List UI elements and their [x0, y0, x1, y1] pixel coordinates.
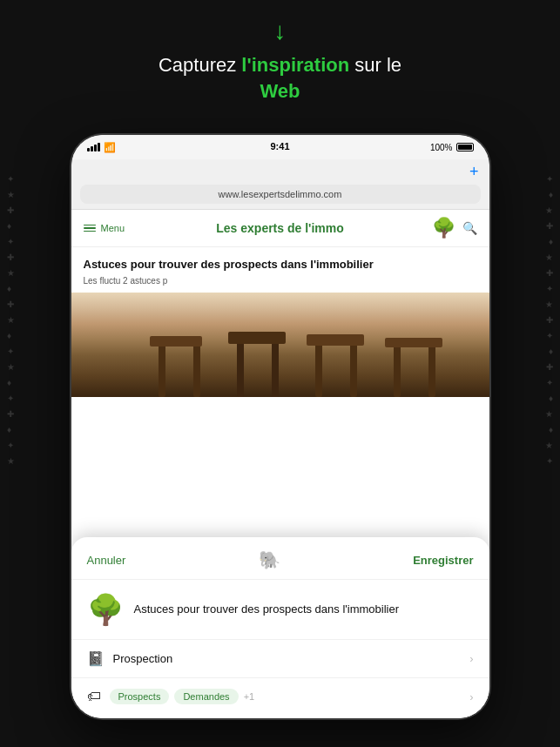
- site-nav-left: Menu: [84, 223, 125, 233]
- site-nav-right: 🌳 🔍: [432, 217, 477, 239]
- tags-chevron-right-icon: ›: [469, 690, 473, 703]
- svg-rect-8: [307, 334, 364, 346]
- notebook-label: Prospection: [113, 652, 173, 665]
- kitchen-bg: [71, 293, 489, 397]
- battery-pct: 100%: [430, 143, 453, 152]
- popup-content-preview: 🌳 Astuces pour trouver des prospects dan…: [71, 580, 489, 640]
- battery-rect: [456, 143, 474, 151]
- article-image: [71, 293, 489, 397]
- popup-header: Annuler 🐘 Enregistrer: [71, 537, 489, 580]
- tag-pill-demandes[interactable]: Demandes: [174, 689, 238, 704]
- browser-toolbar: +: [80, 163, 481, 181]
- popup-notebook-row[interactable]: 📓 Prospection ›: [71, 640, 489, 678]
- cancel-button[interactable]: Annuler: [87, 554, 126, 567]
- headline: Capturez l'inspiration sur le Web: [159, 52, 401, 104]
- site-search-icon[interactable]: 🔍: [462, 221, 477, 235]
- decor-right-symbols: ✦♦★✚ ♦★✚✦ ★✚✦♦ ✚✦♦★ ♦★✦: [545, 174, 553, 466]
- status-bar: 📶 9:41 100%: [71, 135, 489, 159]
- status-left: 📶: [87, 142, 116, 153]
- tablet-device: 📶 9:41 100% + www.lesexpertsdelimmo.com: [71, 135, 489, 718]
- save-button[interactable]: Enregistrer: [413, 554, 473, 567]
- menu-label[interactable]: Menu: [101, 223, 125, 233]
- article-area: Astuces pour trouver des prospects dans …: [71, 247, 489, 293]
- popup-article-preview-title: Astuces pour trouver des prospects dans …: [134, 602, 400, 617]
- article-title: Astuces pour trouver des prospects dans …: [84, 258, 477, 271]
- popup-tags-left: 🏷 Prospects Demandes +1: [87, 689, 255, 704]
- site-header: Menu Les experts de l'immo 🌳 🔍: [71, 210, 489, 247]
- site-title: Les experts de l'immo: [216, 221, 344, 235]
- headline-part1: Capturez: [159, 54, 241, 76]
- popup-notebook-left: 📓 Prospection: [87, 650, 173, 667]
- tag-icon: 🏷: [87, 689, 101, 704]
- battery-icon: [456, 143, 474, 151]
- hamburger-menu-icon[interactable]: [84, 225, 96, 232]
- browser-chrome: + www.lesexpertsdelimmo.com: [71, 159, 489, 210]
- battery-fill: [458, 145, 472, 150]
- article-excerpt: Les fluctu 2 astuces p: [84, 275, 477, 287]
- site-logo-icon: 🌳: [432, 217, 455, 239]
- top-section: ↓ Capturez l'inspiration sur le Web: [0, 19, 560, 104]
- address-bar[interactable]: www.lesexpertsdelimmo.com: [80, 185, 481, 204]
- popup-tags-row[interactable]: 🏷 Prospects Demandes +1 ›: [71, 678, 489, 718]
- status-time: 9:41: [270, 141, 289, 151]
- headline-web: Web: [260, 80, 300, 102]
- new-tab-button[interactable]: +: [469, 163, 479, 181]
- decor-left-symbols: ✦★✚♦ ✦✚★♦ ✚★♦✦ ★♦✦✚ ♦✦★: [7, 174, 15, 466]
- headline-part2: sur le: [349, 54, 401, 76]
- chevron-right-icon: ›: [469, 652, 473, 665]
- signal-bars: [87, 143, 100, 151]
- tags-pills: Prospects Demandes +1: [110, 689, 255, 704]
- chairs-svg: [71, 327, 489, 397]
- device-screen: 📶 9:41 100% + www.lesexpertsdelimmo.com: [71, 135, 489, 718]
- notebook-icon: 📓: [87, 650, 105, 667]
- evernote-logo-icon: 🐘: [259, 549, 280, 570]
- headline-inspiration: l'inspiration: [241, 54, 349, 76]
- tag-pill-prospects[interactable]: Prospects: [110, 689, 170, 704]
- website-content: Menu Les experts de l'immo 🌳 🔍 Astuces p…: [71, 210, 489, 718]
- status-right: 100%: [430, 143, 474, 152]
- tag-more-count: +1: [244, 691, 255, 702]
- svg-rect-2: [150, 336, 202, 347]
- wifi-icon: 📶: [104, 142, 116, 153]
- svg-rect-11: [385, 338, 442, 347]
- download-icon: ↓: [274, 19, 287, 44]
- svg-rect-5: [228, 332, 286, 344]
- popup-tree-icon: 🌳: [87, 592, 124, 627]
- save-popup: Annuler 🐘 Enregistrer 🌳 Astuces pour tro…: [71, 537, 489, 718]
